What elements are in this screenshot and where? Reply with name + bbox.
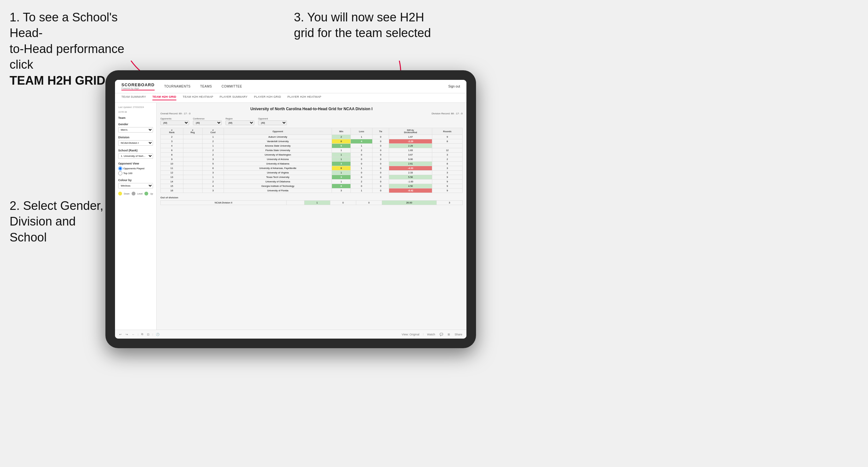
cell-rounds: 2 bbox=[432, 157, 463, 162]
nav-teams[interactable]: TEAMS bbox=[200, 85, 212, 88]
cell-rank: 6 bbox=[161, 148, 183, 153]
ann1-line2: to-Head performance click bbox=[9, 42, 124, 71]
cell-win: 2 bbox=[332, 135, 351, 139]
cell-rounds: 9 bbox=[432, 135, 463, 139]
subnav-player-h2h-grid[interactable]: PLAYER H2H GRID bbox=[254, 95, 281, 100]
gender-select[interactable]: Men's bbox=[118, 127, 153, 132]
cell-rounds: 9 bbox=[432, 184, 463, 188]
col-win: Win bbox=[332, 128, 351, 135]
toolbar-sep3: | bbox=[423, 333, 424, 336]
division-select[interactable]: NCAA Division I bbox=[118, 140, 153, 146]
opponents-filter-select[interactable]: (All) bbox=[160, 120, 189, 125]
cell-reg bbox=[183, 166, 202, 170]
cell-reg bbox=[183, 175, 202, 180]
toolbar-back[interactable]: ← bbox=[131, 333, 136, 336]
subnav-team-summary[interactable]: TEAM SUMMARY bbox=[121, 95, 146, 100]
opponent-filter-select[interactable]: (All) bbox=[258, 120, 287, 125]
cell-loss: 1 bbox=[350, 166, 372, 170]
cell-rounds: 3 bbox=[432, 166, 463, 170]
cell-loss: 2 bbox=[350, 180, 372, 184]
cell-win: 1 bbox=[332, 157, 351, 162]
opponents-filter: Opponents: (All) bbox=[160, 118, 189, 125]
region-filter: Region (All) bbox=[225, 118, 254, 125]
toolbar-watch[interactable]: Watch bbox=[426, 333, 436, 336]
out-of-division-row: NCAA Division II 1 0 0 26.00 3 bbox=[161, 200, 463, 205]
cell-rank: 8 bbox=[161, 153, 183, 157]
legend-down-label: Down bbox=[124, 193, 130, 195]
cell-opponent: University of Arizona bbox=[224, 157, 332, 162]
radio-opponents-played[interactable]: Opponents Played bbox=[118, 166, 153, 170]
conference-filter-select[interactable]: (All) bbox=[193, 120, 222, 125]
subnav-team-h2h-grid[interactable]: TEAM H2H GRID bbox=[152, 95, 176, 100]
cell-conf: 3 bbox=[202, 170, 224, 175]
cell-opponent: University of Washington bbox=[224, 153, 332, 157]
nav-tournaments[interactable]: TOURNAMENTS bbox=[164, 85, 191, 88]
opponent-view-section: Opponent View Opponents Played Top 100 bbox=[118, 162, 153, 175]
cell-rank: 2 bbox=[161, 135, 183, 139]
cell-rounds: 3 bbox=[432, 153, 463, 157]
legend-up-dot bbox=[145, 192, 148, 195]
cell-rank: 13 bbox=[161, 175, 183, 180]
cell-conf: 3 bbox=[202, 188, 224, 193]
legend-up-label: Up bbox=[150, 193, 153, 195]
cell-reg bbox=[183, 184, 202, 188]
nav-signin[interactable]: Sign out bbox=[448, 85, 460, 88]
cell-diff: 1.83 bbox=[389, 148, 432, 153]
cell-rank: 12 bbox=[161, 170, 183, 175]
cell-rank: 15 bbox=[161, 184, 183, 188]
school-select[interactable]: 1. University of Nort... bbox=[118, 153, 153, 159]
cell-rank: 16 bbox=[161, 188, 183, 193]
toolbar-clock[interactable]: 🕐 bbox=[155, 333, 160, 336]
table-body: 2 1 Auburn University 2 1 0 1.67 9 3 2 V… bbox=[161, 135, 463, 193]
col-opponent: Opponent bbox=[224, 128, 332, 135]
toolbar-comment[interactable]: 💬 bbox=[439, 333, 444, 336]
right-area: University of North Carolina Head-to-Hea… bbox=[157, 103, 466, 330]
cell-opponent: Texas Tech University bbox=[224, 175, 332, 180]
radio-top100[interactable]: Top 100 bbox=[118, 171, 153, 175]
cell-tie: 0 bbox=[372, 144, 389, 148]
out-of-division-table: NCAA Division II 1 0 0 26.00 3 bbox=[160, 200, 463, 205]
colour-by-select[interactable]: Win/loss bbox=[118, 183, 153, 188]
subnav-player-h2h-heatmap[interactable]: PLAYER H2H HEATMAP bbox=[287, 95, 321, 100]
cell-loss: 2 bbox=[350, 148, 372, 153]
nav-committee[interactable]: COMMITTEE bbox=[221, 85, 242, 88]
cell-conf: 2 bbox=[202, 148, 224, 153]
cell-opponent: Auburn University bbox=[224, 135, 332, 139]
cell-diff: -6.42 bbox=[389, 188, 432, 193]
toolbar-grid-icon[interactable]: ⊞ bbox=[446, 333, 451, 336]
cell-opponent: University of Alabama bbox=[224, 162, 332, 166]
table-header-row: #Rank #Reg #Conf Opponent Win Loss Tie D… bbox=[161, 128, 463, 135]
gender-label: Gender bbox=[118, 123, 153, 126]
toolbar-view-original[interactable]: View: Original bbox=[401, 333, 420, 336]
cell-win: 3 bbox=[332, 162, 351, 166]
cell-rounds: 9 bbox=[432, 180, 463, 184]
legend-level-dot bbox=[132, 192, 135, 195]
table-row: 15 4 Georgia Institute of Technology 6 0… bbox=[161, 184, 463, 188]
region-filter-select[interactable]: (All) bbox=[225, 120, 254, 125]
cell-rounds bbox=[432, 144, 463, 148]
team-label: Team bbox=[118, 116, 153, 120]
nav-bar: SCOREBOARD Powered by clippi TOURNAMENTS… bbox=[115, 80, 466, 93]
ann2-line1: 2. Select Gender, bbox=[9, 199, 103, 212]
last-updated-time: 16:55:38 bbox=[118, 111, 153, 113]
ood-empty bbox=[286, 200, 304, 205]
cell-reg bbox=[183, 144, 202, 148]
subnav-player-summary[interactable]: PLAYER SUMMARY bbox=[220, 95, 248, 100]
cell-loss: 0 bbox=[350, 153, 372, 157]
toolbar-paste[interactable]: ⊡ bbox=[146, 333, 151, 336]
cell-reg bbox=[183, 162, 202, 166]
division-label: Division bbox=[118, 136, 153, 139]
cell-loss: 0 bbox=[350, 157, 372, 162]
cell-tie: 0 bbox=[372, 153, 389, 157]
cell-rank: 14 bbox=[161, 180, 183, 184]
cell-tie: 0 bbox=[372, 139, 389, 144]
toolbar-redo[interactable]: ↪ bbox=[125, 333, 129, 336]
toolbar-undo[interactable]: ↩ bbox=[118, 333, 123, 336]
toolbar-share[interactable]: Share bbox=[454, 333, 463, 336]
ood-diff: 26.00 bbox=[382, 200, 436, 205]
col-tie: Tie bbox=[372, 128, 389, 135]
subnav-team-h2h-heatmap[interactable]: TEAM H2H HEATMAP bbox=[183, 95, 213, 100]
toolbar-copy[interactable]: ⧉ bbox=[140, 332, 144, 336]
division-record: Division Record: 88 - 17 - 0 bbox=[432, 112, 463, 115]
table-row: 16 3 University of Florida 3 1 0 -6.42 9 bbox=[161, 188, 463, 193]
